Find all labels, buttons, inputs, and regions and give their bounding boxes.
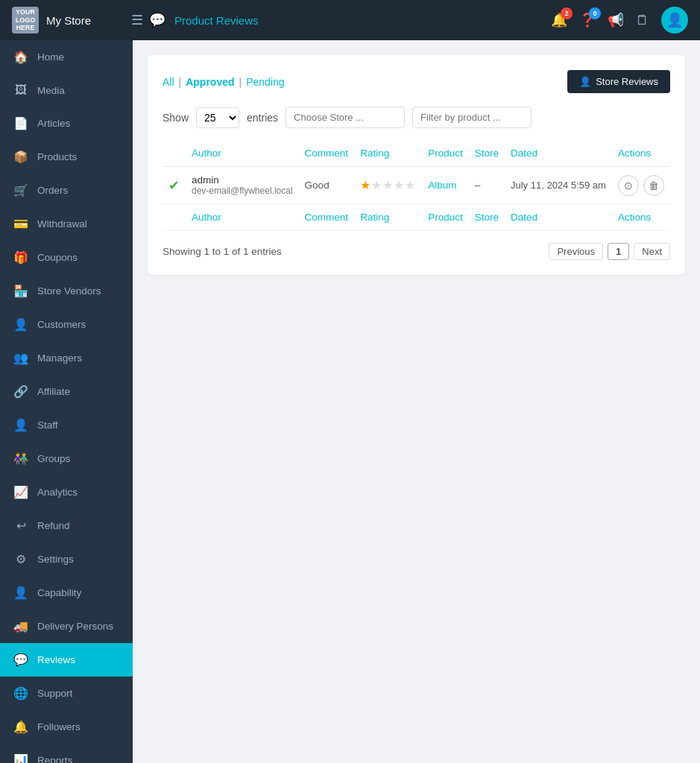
foot-col-dated: Dated (505, 204, 612, 231)
sidebar-item-groups[interactable]: 👫 Groups (0, 442, 133, 475)
logo-box: YOUR LOGO HERE (12, 7, 39, 34)
sidebar-item-customers[interactable]: 👤 Customers (0, 308, 133, 341)
nav-label-support: Support (37, 688, 72, 699)
sidebar-item-affiliate[interactable]: 🔗 Affiliate (0, 375, 133, 408)
status-cell: ✔ (163, 167, 186, 204)
nav-icon-reviews: 💬 (13, 653, 28, 667)
date-cell: July 11, 2024 5:59 am (505, 167, 612, 204)
star-5: ★ (405, 179, 416, 191)
previous-btn[interactable]: Previous (549, 243, 603, 260)
sidebar-item-refund[interactable]: ↩ Refund (0, 509, 133, 542)
sidebar-item-orders[interactable]: 🛒 Orders (0, 174, 133, 207)
nav-label-customers: Customers (37, 319, 86, 330)
entries-select[interactable]: 102550100 (196, 107, 239, 128)
avatar[interactable]: 👤 (661, 7, 688, 34)
nav-label-products: Products (37, 151, 77, 162)
view-btn[interactable]: ⊙ (618, 175, 639, 196)
delete-btn[interactable]: 🗑 (643, 175, 664, 196)
nav-icon-media: 🖼 (13, 83, 28, 97)
nav-icon-coupons: 🎁 (13, 250, 28, 265)
nav-icon-home: 🏠 (13, 50, 28, 64)
chat-icon[interactable]: 💬 (149, 12, 165, 28)
page-1-btn[interactable]: 1 (608, 243, 629, 260)
col-dated[interactable]: Dated (505, 140, 612, 167)
pagination: Previous 1 Next (549, 243, 670, 260)
nav-icon-store-vendors: 🏪 (13, 284, 28, 298)
author-email: dev-email@flywheel.local (192, 186, 293, 196)
nav-label-media: Media (37, 85, 65, 96)
sidebar-item-store-vendors[interactable]: 🏪 Store Vendors (0, 274, 133, 308)
nav-icon-reports: 📊 (13, 753, 28, 763)
nav-icon-customers: 👤 (13, 317, 28, 332)
action-btns: ⊙ 🗑 (618, 175, 664, 196)
col-status (163, 140, 186, 167)
header-nav: ☰ 💬 Product Reviews (131, 12, 551, 28)
sidebar-item-settings[interactable]: ⚙ Settings (0, 542, 133, 576)
sidebar-item-media[interactable]: 🖼 Media (0, 74, 133, 107)
nav-label-home: Home (37, 51, 64, 63)
sidebar-item-home[interactable]: 🏠 Home (0, 40, 133, 74)
sidebar: 🏠 Home 🖼 Media 📄 Articles 📦 Products 🛒 O… (0, 40, 133, 763)
entries-label: entries (247, 112, 278, 124)
nav-icon-groups: 👫 (13, 452, 28, 466)
col-product[interactable]: Product (422, 140, 469, 167)
product-link[interactable]: Album (428, 180, 456, 191)
table-footer: Showing 1 to 1 of 1 entries Previous 1 N… (163, 243, 670, 260)
show-label: Show (163, 112, 189, 124)
nav-icon-support: 🌐 (13, 686, 28, 700)
nav-icon-delivery-persons: 🚚 (13, 619, 28, 633)
header-right: 🔔 2 ❓ 0 📢 🗒 👤 (551, 7, 688, 34)
store-filter-input[interactable] (286, 107, 405, 128)
notifications-icon[interactable]: 🔔 2 (551, 12, 567, 28)
sidebar-item-reports[interactable]: 📊 Reports (0, 744, 133, 763)
filter-links: All | Approved | Pending (163, 76, 285, 88)
sidebar-item-reviews[interactable]: 💬 Reviews (0, 643, 133, 677)
filter-approved[interactable]: Approved (186, 76, 234, 88)
nav-label-refund: Refund (37, 520, 70, 531)
nav-label-delivery-persons: Delivery Persons (37, 621, 113, 632)
sidebar-item-analytics[interactable]: 📈 Analytics (0, 475, 133, 509)
filter-pending[interactable]: Pending (246, 76, 284, 88)
nav-icon-products: 📦 (13, 150, 28, 164)
user-icon-small: 👤 (579, 76, 591, 87)
nav-label-staff: Staff (37, 420, 58, 431)
sidebar-item-withdrawal[interactable]: 💳 Withdrawal (0, 207, 133, 241)
nav-label-store-vendors: Store Vendors (37, 285, 101, 297)
sidebar-item-capability[interactable]: 👤 Capability (0, 576, 133, 610)
sidebar-item-staff[interactable]: 👤 Staff (0, 408, 133, 442)
sidebar-item-products[interactable]: 📦 Products (0, 140, 133, 174)
notes-icon[interactable]: 🗒 (636, 13, 649, 28)
author-cell: admin dev-email@flywheel.local (186, 167, 299, 204)
nav-icon-orders: 🛒 (13, 183, 28, 197)
sidebar-item-followers[interactable]: 🔔 Followers (0, 710, 133, 744)
col-store[interactable]: Store (469, 140, 505, 167)
foot-col-author: Author (186, 204, 299, 231)
help-icon[interactable]: ❓ 0 (579, 12, 596, 28)
col-comment[interactable]: Comment (299, 140, 355, 167)
col-author[interactable]: Author (186, 140, 299, 167)
comment-cell: Good (299, 167, 355, 204)
filter-sep-1: | (179, 76, 182, 88)
nav-label-affiliate: Affiliate (37, 386, 70, 397)
star-2: ★ (371, 179, 382, 191)
nav-icon-affiliate: 🔗 (13, 384, 28, 399)
sidebar-item-articles[interactable]: 📄 Articles (0, 107, 133, 140)
nav-icon-withdrawal: 💳 (13, 217, 28, 231)
sidebar-item-managers[interactable]: 👥 Managers (0, 341, 133, 375)
nav-label-analytics: Analytics (37, 487, 78, 498)
table-row: ✔ admin dev-email@flywheel.local Good ★★… (163, 167, 670, 204)
hamburger-icon[interactable]: ☰ (131, 12, 143, 28)
sidebar-item-coupons[interactable]: 🎁 Coupons (0, 241, 133, 274)
sidebar-item-delivery-persons[interactable]: 🚚 Delivery Persons (0, 610, 133, 643)
table-footer-row: Author Comment Rating Product Store Date… (163, 204, 670, 231)
megaphone-icon[interactable]: 📢 (608, 12, 624, 28)
col-rating[interactable]: Rating (354, 140, 422, 167)
store-reviews-button[interactable]: 👤 Store Reviews (567, 70, 670, 93)
product-filter-input[interactable] (412, 107, 532, 128)
logo-area: YOUR LOGO HERE My Store (12, 7, 131, 34)
sidebar-item-support[interactable]: 🌐 Support (0, 677, 133, 710)
filter-bar: All | Approved | Pending 👤 Store Reviews (163, 70, 670, 93)
next-btn[interactable]: Next (634, 243, 670, 260)
filter-all[interactable]: All (163, 76, 174, 88)
col-actions[interactable]: Actions (612, 140, 670, 167)
